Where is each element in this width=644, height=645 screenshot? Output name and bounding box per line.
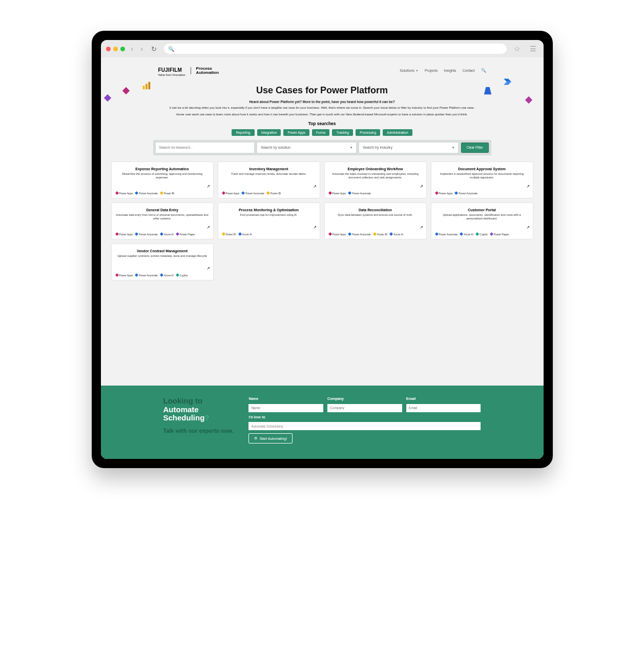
industry-select[interactable]: Search by industry ▾ <box>359 143 458 153</box>
pa-icon <box>115 232 118 236</box>
email-input[interactable] <box>406 404 481 412</box>
tag-au: Power Automate <box>135 274 158 277</box>
pa-icon <box>221 191 225 195</box>
tag-az: Azure AI <box>390 233 403 236</box>
copilot-float-icon <box>524 95 533 105</box>
chip-forms[interactable]: Forms <box>312 129 329 136</box>
name-input[interactable] <box>248 404 323 412</box>
au-icon <box>135 232 138 236</box>
card-grid: Expense Reporting AutomationStreamline t… <box>111 162 533 289</box>
tag-bi: Power BI <box>373 233 387 236</box>
minimize-dot-icon[interactable] <box>113 47 118 51</box>
usecase-card[interactable]: Customer PortalUpload applications, docu… <box>431 203 533 239</box>
love-input[interactable] <box>248 422 481 430</box>
tag-au: Power Automate <box>348 192 371 195</box>
chevron-down-icon: ▾ <box>350 146 352 150</box>
nav-insights[interactable]: Insights <box>444 69 456 72</box>
hero: Use Cases for Power Platform Heard about… <box>158 85 486 136</box>
nav-solutions[interactable]: Solutions▼ <box>400 69 419 72</box>
card-title: Customer Portal <box>435 208 529 212</box>
reload-button[interactable]: ↻ <box>149 45 159 53</box>
card-desc: Find processes ripe for improvement usin… <box>222 213 316 217</box>
svg-marker-8 <box>525 96 532 104</box>
star-icon[interactable]: ☆ <box>512 45 523 53</box>
svg-marker-3 <box>122 87 129 94</box>
card-title: Employee Onboarding Workflow <box>329 167 422 171</box>
solution-select[interactable]: Search by solution ▾ <box>257 143 356 153</box>
card-desc: Implement a streamlined approval process… <box>435 172 529 179</box>
window-controls[interactable] <box>106 47 125 51</box>
card-title: Vendor Contract Management <box>116 249 209 253</box>
co-icon <box>475 232 479 236</box>
cursor-icon: ↖ <box>206 266 210 271</box>
back-button[interactable]: ‹ <box>130 45 135 53</box>
card-tags: Power AppsPower AutomateAzure AIPower Pa… <box>116 233 209 236</box>
chip-reporting[interactable]: Reporting <box>232 129 254 136</box>
chip-integration[interactable]: Integration <box>257 129 281 136</box>
usecase-card[interactable]: Process Monitoring & OptimisationFind pr… <box>218 203 320 239</box>
keyword-input[interactable] <box>156 143 255 153</box>
tag-az: Azure AI <box>160 233 174 236</box>
usecase-card[interactable]: Vendor Contract ManagementUpload supplie… <box>111 244 214 280</box>
company-input[interactable] <box>327 404 402 412</box>
chip-administration[interactable]: Administration <box>383 129 412 136</box>
nav-projects[interactable]: Projects <box>425 69 438 72</box>
tag-az: Azure AI <box>460 233 473 236</box>
usecase-card[interactable]: Expense Reporting AutomationStreamline t… <box>111 162 214 198</box>
brand[interactable]: FUJIFILM Value from Innovation Process A… <box>158 65 219 77</box>
chip-tracking[interactable]: Tracking <box>332 129 353 136</box>
brand-divider <box>191 67 191 74</box>
usecase-card[interactable]: Employee Onboarding WorkflowAutomate the… <box>324 162 427 198</box>
tag-pa: Power Apps <box>116 274 133 277</box>
address-bar[interactable]: 🔍 <box>164 44 507 54</box>
bi-icon <box>160 191 163 195</box>
card-desc: Sync data between systems and ensure one… <box>329 213 422 217</box>
close-dot-icon[interactable] <box>106 47 111 51</box>
chip-power-apps[interactable]: Power Apps <box>283 129 309 136</box>
email-label: Email <box>406 397 481 400</box>
au-icon <box>348 232 351 236</box>
usecase-card[interactable]: Document Approval SystemImplement a stre… <box>431 162 533 198</box>
device-frame: ‹ › ↻ 🔍 ☆ ☰ FUJIFILM Value f <box>92 31 553 468</box>
pp-icon <box>490 232 493 236</box>
cta-sub: Talk with our experts now. <box>163 428 234 434</box>
svg-rect-0 <box>142 86 144 89</box>
filter-bar: Search by solution ▾ Search by industry … <box>153 140 491 155</box>
tag-bi: Power BI <box>267 192 281 195</box>
az-icon <box>238 232 242 236</box>
svg-marker-7 <box>484 87 491 94</box>
pa-icon <box>434 191 438 195</box>
card-title: Data Reconciliation <box>329 208 422 212</box>
tag-pa: Power Apps <box>329 233 346 236</box>
card-tags: Power AppsPower AutomatePower BI <box>222 192 316 195</box>
usecase-card[interactable]: Data ReconciliationSync data between sys… <box>324 203 427 239</box>
forward-button[interactable]: › <box>139 45 144 53</box>
pa-icon <box>328 191 331 195</box>
clear-filter-button[interactable]: Clear Filter <box>461 143 489 153</box>
maximize-dot-icon[interactable] <box>120 47 125 51</box>
nav-search-icon[interactable]: 🔍 <box>481 68 486 73</box>
page-title: Use Cases for Power Platform <box>158 85 486 96</box>
card-title: Document Approval System <box>435 167 529 171</box>
chip-processing[interactable]: Processing <box>356 129 380 136</box>
nav-contact[interactable]: Contact <box>462 69 474 72</box>
cursor-icon: ↖ <box>420 184 423 189</box>
power-automate-float-icon <box>504 78 513 87</box>
start-automating-button[interactable]: ⚙ Start Automating! <box>248 433 293 444</box>
usecase-card[interactable]: Inventory ManagementTrack and manage inv… <box>218 162 320 198</box>
cta-heading-block: Looking to Automate Scheduling? Talk wit… <box>163 397 234 444</box>
power-pages-float-icon <box>103 93 112 103</box>
az-icon <box>160 232 163 236</box>
chevron-down-icon: ▼ <box>416 69 419 72</box>
tag-co: Copilot <box>476 233 488 236</box>
brand-subbrand: Process Automation <box>196 67 219 75</box>
hamburger-icon[interactable]: ☰ <box>528 45 538 53</box>
tag-au: Power Automate <box>135 192 158 195</box>
screen: ‹ › ↻ 🔍 ☆ ☰ FUJIFILM Value f <box>101 40 544 459</box>
cursor-icon: ↖ <box>206 225 210 230</box>
usecase-card[interactable]: General Data EntryAutomate data entry fr… <box>111 203 214 239</box>
cta-automate: Automate <box>163 405 199 414</box>
svg-marker-4 <box>103 94 111 102</box>
card-title: General Data Entry <box>116 208 209 212</box>
tag-au: Power Automate <box>435 233 458 236</box>
